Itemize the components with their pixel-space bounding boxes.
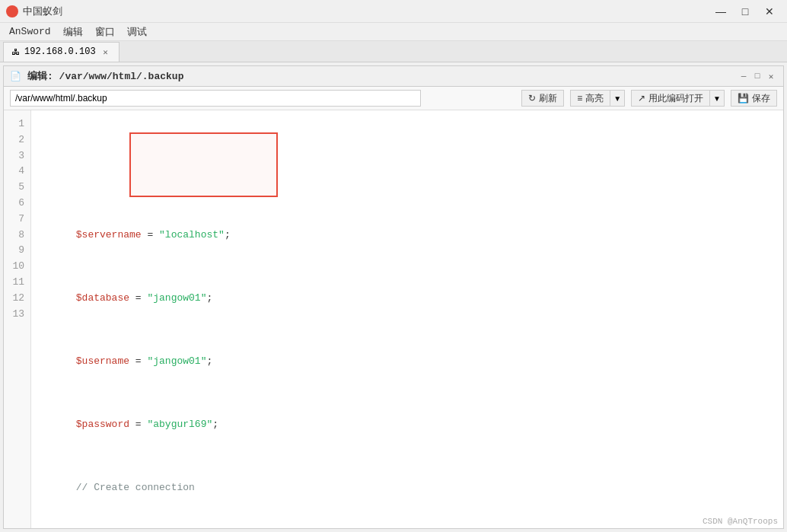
- code-area: 1 2 3 4 5 6 7 8 9 10 11 12 13 $servernam…: [4, 110, 783, 528]
- line-num-3: 3: [4, 148, 30, 164]
- code-line-1: $servername = "localhost";: [76, 228, 783, 244]
- open-with-arrow-button[interactable]: ▼: [710, 90, 725, 107]
- tab-ip[interactable]: 🖧 192.168.0.103 ✕: [3, 42, 119, 62]
- editor-close-button[interactable]: ✕: [765, 70, 777, 82]
- line-num-4: 4: [4, 164, 30, 180]
- menu-antsword[interactable]: AnSword: [3, 24, 57, 39]
- code-line-3: $username = "jangow01";: [76, 354, 783, 370]
- menu-window[interactable]: 窗口: [89, 24, 121, 40]
- title-bar: 中国蚁剑 — □ ✕: [0, 0, 787, 23]
- code-content[interactable]: $servername = "localhost"; $database = "…: [31, 110, 783, 528]
- editor-container: 📄 编辑: /var/www/html/.backup — □ ✕ ↻ 刷新 ≡…: [3, 65, 784, 529]
- title-bar-left: 中国蚁剑: [6, 5, 62, 18]
- minimize-button[interactable]: —: [709, 3, 732, 20]
- editor-header-controls: — □ ✕: [738, 70, 777, 82]
- code-line-2: $database = "jangow01";: [76, 291, 783, 307]
- editor-header: 📄 编辑: /var/www/html/.backup — □ ✕: [4, 66, 783, 87]
- code-line-5: // Create connection: [76, 480, 783, 496]
- line-num-1: 1: [4, 116, 30, 132]
- highlight-label: 高亮: [585, 92, 604, 105]
- tab-icon: 🖧: [11, 47, 20, 57]
- line-num-8: 8: [4, 228, 30, 244]
- line-num-5: 5: [4, 180, 30, 196]
- refresh-icon: ↻: [528, 93, 536, 104]
- tab-bar: 🖧 192.168.0.103 ✕: [0, 41, 787, 62]
- path-input[interactable]: [10, 90, 421, 107]
- highlight-button-group: ≡ 高亮 ▼: [570, 90, 625, 107]
- app-icon: [6, 5, 18, 18]
- line-numbers: 1 2 3 4 5 6 7 8 9 10 11 12 13: [4, 110, 31, 528]
- menu-bar: AnSword 编辑 窗口 调试: [0, 23, 787, 41]
- open-with-label: 用此编码打开: [648, 92, 703, 105]
- code-line-4: $password = "abygurl69";: [76, 417, 783, 433]
- line-num-13: 13: [4, 307, 30, 323]
- refresh-button[interactable]: ↻ 刷新: [521, 90, 564, 107]
- line-num-10: 10: [4, 259, 30, 275]
- open-with-button[interactable]: ↗ 用此编码打开: [631, 90, 710, 107]
- file-icon: 📄: [10, 71, 21, 82]
- editor-minimize-button[interactable]: —: [738, 70, 750, 82]
- watermark: CSDN @AnQTroops: [703, 517, 778, 526]
- save-icon: 💾: [738, 93, 749, 104]
- highlight-arrow-button[interactable]: ▼: [610, 90, 625, 107]
- highlight-icon: ≡: [577, 93, 582, 104]
- highlight-button[interactable]: ≡ 高亮: [570, 90, 610, 107]
- line-num-2: 2: [4, 132, 30, 148]
- line-num-7: 7: [4, 212, 30, 228]
- toolbar-buttons: ↻ 刷新 ≡ 高亮 ▼ ↗ 用此编码打开 ▼ 💾: [521, 90, 777, 107]
- app-title: 中国蚁剑: [23, 5, 62, 18]
- line-num-11: 11: [4, 275, 30, 291]
- line-num-6: 6: [4, 196, 30, 212]
- menu-edit[interactable]: 编辑: [57, 24, 89, 40]
- refresh-label: 刷新: [539, 92, 557, 105]
- save-label: 保存: [752, 92, 770, 105]
- close-button[interactable]: ✕: [758, 3, 781, 20]
- open-with-icon: ↗: [638, 93, 645, 104]
- highlight-box: [129, 132, 278, 197]
- line-num-9: 9: [4, 243, 30, 259]
- tab-close-button[interactable]: ✕: [100, 46, 111, 57]
- line-num-12: 12: [4, 291, 30, 307]
- editor-restore-button[interactable]: □: [751, 70, 763, 82]
- title-bar-controls: — □ ✕: [709, 3, 781, 20]
- menu-debug[interactable]: 调试: [121, 24, 153, 40]
- editor-title: 编辑: /var/www/html/.backup: [27, 69, 183, 83]
- maximize-button[interactable]: □: [734, 3, 757, 20]
- tab-label: 192.168.0.103: [24, 46, 96, 57]
- editor-toolbar: ↻ 刷新 ≡ 高亮 ▼ ↗ 用此编码打开 ▼ 💾: [4, 87, 783, 110]
- editor-header-left: 📄 编辑: /var/www/html/.backup: [10, 69, 183, 83]
- open-with-button-group: ↗ 用此编码打开 ▼: [631, 90, 725, 107]
- save-button[interactable]: 💾 保存: [731, 90, 777, 107]
